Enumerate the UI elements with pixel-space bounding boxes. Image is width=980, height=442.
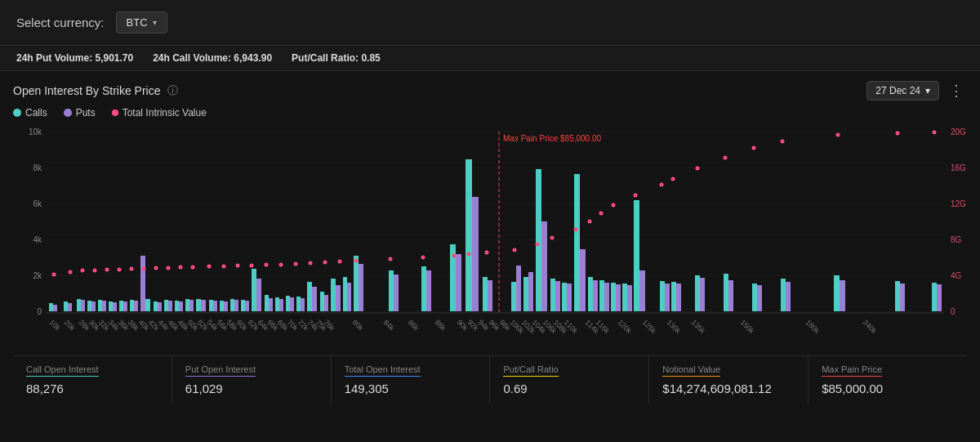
svg-rect-37 — [140, 256, 145, 311]
svg-point-145 — [294, 262, 298, 266]
svg-text:20G: 20G — [951, 127, 966, 136]
svg-point-168 — [781, 140, 785, 144]
svg-point-138 — [191, 266, 195, 270]
notional-value: $14,274,609,081.12 — [662, 382, 795, 395]
svg-text:125k: 125k — [641, 318, 658, 335]
legend-calls: Calls — [13, 107, 47, 118]
date-button[interactable]: 27 Dec 24 ▾ — [866, 81, 939, 100]
svg-point-158 — [574, 228, 578, 232]
svg-text:84k: 84k — [382, 318, 397, 333]
svg-text:0: 0 — [951, 307, 956, 316]
svg-rect-86 — [488, 280, 492, 311]
svg-rect-88 — [516, 266, 521, 311]
svg-rect-50 — [213, 301, 217, 311]
svg-rect-74 — [347, 283, 351, 311]
svg-point-143 — [265, 263, 269, 267]
svg-rect-32 — [113, 302, 117, 311]
svg-rect-84 — [472, 197, 479, 311]
svg-text:135k: 135k — [690, 318, 707, 335]
svg-rect-39 — [154, 301, 158, 311]
svg-rect-42 — [168, 301, 172, 311]
svg-point-131 — [105, 268, 109, 272]
svg-rect-26 — [81, 300, 85, 311]
more-options-button[interactable]: ⋮ — [946, 83, 967, 98]
svg-rect-125 — [932, 283, 937, 311]
svg-rect-72 — [336, 285, 341, 311]
svg-point-137 — [179, 266, 183, 270]
currency-button[interactable]: BTC ▾ — [116, 11, 167, 33]
svg-rect-45 — [185, 299, 189, 311]
svg-text:130k: 130k — [666, 318, 683, 335]
svg-rect-41 — [164, 300, 168, 311]
svg-rect-106 — [627, 285, 632, 311]
svg-rect-109 — [660, 281, 665, 311]
svg-point-129 — [81, 269, 85, 273]
svg-rect-35 — [130, 300, 134, 311]
svg-text:8G: 8G — [951, 235, 962, 244]
svg-rect-123 — [895, 281, 900, 311]
svg-rect-124 — [900, 284, 905, 311]
chart-panel: Open Interest By Strike Price ⓘ 27 Dec 2… — [0, 71, 980, 404]
svg-rect-71 — [331, 279, 336, 311]
svg-rect-110 — [665, 284, 670, 311]
svg-rect-115 — [724, 274, 728, 311]
calls-dot-icon — [13, 109, 21, 117]
svg-text:86k: 86k — [407, 318, 421, 333]
svg-rect-99 — [588, 277, 593, 311]
svg-rect-21 — [49, 303, 53, 311]
total-oi-stat: Total Open Interest 149,305 — [332, 356, 491, 404]
svg-point-139 — [207, 265, 212, 269]
svg-rect-97 — [574, 174, 580, 311]
svg-point-146 — [309, 261, 313, 266]
legend: Calls Puts Total Intrinsic Value — [13, 107, 967, 118]
svg-point-163 — [660, 183, 664, 187]
svg-text:20k: 20k — [63, 318, 78, 333]
svg-rect-57 — [252, 269, 256, 311]
svg-point-152 — [452, 254, 457, 258]
svg-rect-61 — [275, 297, 279, 311]
svg-point-148 — [338, 260, 342, 264]
svg-point-132 — [118, 268, 122, 272]
svg-text:0: 0 — [37, 307, 42, 316]
svg-rect-54 — [234, 300, 238, 311]
svg-point-164 — [671, 177, 675, 181]
legend-puts: Puts — [64, 107, 96, 118]
svg-rect-53 — [230, 299, 234, 311]
svg-text:16G: 16G — [951, 163, 966, 172]
legend-intrinsic: Total Intrinsic Value — [112, 107, 207, 118]
svg-rect-58 — [256, 279, 261, 311]
svg-rect-65 — [296, 297, 301, 311]
svg-rect-96 — [567, 284, 572, 311]
info-icon[interactable]: ⓘ — [167, 83, 178, 98]
svg-rect-117 — [752, 284, 757, 311]
svg-rect-51 — [220, 301, 224, 311]
svg-point-135 — [154, 266, 158, 270]
svg-rect-69 — [320, 292, 324, 311]
svg-rect-116 — [728, 280, 733, 311]
svg-rect-95 — [562, 283, 567, 311]
svg-point-141 — [236, 264, 240, 268]
svg-rect-113 — [695, 275, 700, 311]
puts-dot-icon — [64, 109, 72, 117]
svg-rect-107 — [634, 200, 639, 311]
svg-rect-87 — [511, 282, 516, 311]
svg-rect-62 — [279, 299, 283, 311]
svg-rect-59 — [265, 295, 269, 311]
svg-rect-29 — [98, 300, 102, 311]
svg-point-153 — [467, 252, 471, 257]
svg-point-150 — [389, 257, 393, 261]
svg-point-151 — [421, 256, 425, 260]
svg-point-133 — [130, 267, 134, 271]
put-oi-value: 61,029 — [185, 382, 318, 395]
svg-rect-122 — [840, 280, 845, 311]
svg-rect-56 — [245, 301, 249, 311]
bottom-stats: Call Open Interest 88,276 Put Open Inter… — [13, 355, 967, 404]
intrinsic-dot-icon — [112, 109, 118, 116]
svg-point-149 — [354, 259, 359, 263]
svg-rect-55 — [241, 300, 245, 311]
svg-rect-33 — [119, 301, 123, 311]
svg-rect-22 — [53, 305, 57, 311]
svg-rect-108 — [639, 270, 645, 311]
put-call-ratio-value: 0.69 — [503, 382, 635, 395]
svg-rect-24 — [68, 303, 72, 311]
